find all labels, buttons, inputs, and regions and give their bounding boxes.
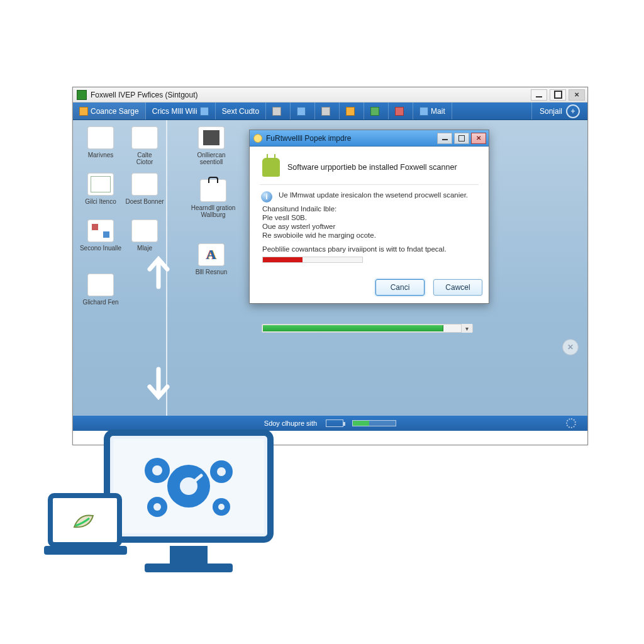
app-icon [77,90,87,100]
desktop-shortcut-gilci[interactable]: Gilci Itenco [79,173,122,205]
shortcut-label: Onlliercan seentioll [190,152,233,165]
dialog-info-row: i Ue lMmwat update iresicalon the wseten… [260,185,479,204]
update-dialog: FuRtwvellll Popek impdre Software urppor… [249,130,489,304]
toolbar-label: Coance Sarge [91,107,139,116]
shortcut-label: Doest Bonner [123,198,166,205]
desktop-shortcut-calte[interactable]: Calte Ciotor [123,126,166,165]
toolbar-label: Mait [431,107,445,116]
windows-icon [87,126,114,149]
app-toolbar: Coance Sarge Crics MIll Wili Sext Cudto … [73,103,587,120]
search-icon [297,107,306,116]
dialog-lines: Chansitund lndailc lble: Ple vesll S0B. … [260,205,479,239]
toolbar-btn-file[interactable] [266,103,291,119]
mini-progress-icon [352,420,396,426]
desktop-shortcut-mlaje[interactable]: Mlaje [123,219,166,252]
svg-point-13 [218,504,225,510]
desktop-shortcut-blll[interactable]: Blll Resnun [190,243,233,275]
dialog-line: Re swobioile wid he marging ocote. [262,231,479,239]
desktop-shortcut-glichard[interactable]: Glichard Fen [79,274,122,306]
side-close-icon[interactable]: ✕ [562,339,579,355]
bg-progress-fill [263,325,443,331]
dialog-close-button[interactable] [471,133,486,144]
shortcut-label: Marivnes [79,152,122,158]
tool-icon [395,107,404,116]
svg-point-11 [217,467,226,476]
toolbar-item-mail[interactable]: Mait [413,103,452,119]
svg-point-9 [153,503,161,511]
toolbar-spacer [452,103,531,119]
toolbar-btn-folder[interactable] [340,103,364,119]
desktop-shortcut-onlliercan[interactable]: Onlliercan seentioll [190,126,233,165]
dialog-cancel-button[interactable]: Cawcel [433,279,482,296]
refresh-icon [370,107,379,116]
svg-rect-2 [170,546,208,564]
gear-icon[interactable] [566,418,576,428]
desktop-shortcut-marivnes[interactable]: Marivnes [79,126,122,158]
bg-progress-bar: ▾ [262,324,473,333]
shortcut-label: Mlaje [123,245,166,252]
background-progress: ▾ [262,323,473,333]
close-button[interactable] [569,89,585,101]
dialog-info-text: Ue lMmwat update iresicalon the wsetend … [279,191,468,203]
wifi-icon [200,107,209,116]
desktop-shortcut-secono[interactable]: Secono Inualle [79,219,122,252]
dialog-note: Peoblilie cowantacs pbary irvaiipont is … [262,245,479,253]
dialog-heading-row: Software urpportieb be installed Foxwell… [260,154,479,185]
dialog-progress-bar [262,257,363,263]
mail-icon [419,107,428,116]
briefcase-icon [200,179,226,202]
app-title: Foxwell IVEP Fwfices (Sintgout) [91,91,198,99]
svg-rect-3 [145,564,233,572]
dialog-line: Chansitund lndailc lble: [262,205,479,213]
dialog-titlebar[interactable]: FuRtwvellll Popek impdre [250,130,489,147]
shortcut-label: Hearndll gration Wallburg [186,204,240,218]
toolbar-btn-refresh[interactable] [364,103,389,119]
note-icon [131,219,158,242]
maximize-button[interactable] [550,89,566,101]
dialog-title: FuRtwvellll Popek impdre [266,134,351,143]
desktop-shortcut-hearndll[interactable]: Hearndll gration Wallburg [186,179,240,218]
toolbar-item-scan[interactable]: Coance Sarge [73,103,146,119]
letter-a-icon [198,243,225,266]
illustration-computers [44,426,283,596]
toolbar-right: Sonjail [531,103,587,119]
toolbar-btn-tool[interactable] [389,103,413,119]
toolbar-item-code[interactable]: Sext Cudto [216,103,266,119]
add-button[interactable] [566,104,580,118]
dialog-line: Ple vesll S0B. [262,214,479,221]
dialog-minimize-button[interactable] [437,133,452,144]
shortcut-label: Blll Resnun [190,269,233,275]
minimize-button[interactable] [531,89,547,101]
monitor-icon [131,126,158,149]
shortcut-label: Gilci Itenco [79,198,122,205]
dialog-window-controls [435,133,486,144]
copy-icon [321,107,330,116]
file-icon [272,107,281,116]
dialog-button-row: Canci Cawcel [250,274,489,303]
shortcut-label: Calte Ciotor [123,152,166,165]
dialog-ok-button[interactable]: Canci [375,279,425,296]
toolbar-right-label[interactable]: Sonjail [540,107,562,116]
globe-icon [87,274,114,296]
window-controls [528,89,585,101]
shortcut-label: Secono Inualle [79,245,122,252]
dialog-maximize-button[interactable] [454,133,469,144]
spreadsheet-icon [87,173,114,196]
dialog-body: Software urpportieb be installed Foxwell… [250,147,489,274]
dialog-app-icon [253,134,262,143]
parts-icon [87,219,114,242]
dialog-line: Oue asy wsterl yoftwer [262,223,479,230]
app-titlebar[interactable]: Foxwell IVEP Fwfices (Sintgout) [73,87,587,103]
dialog-headline: Software urpportieb be installed Foxwell… [287,163,457,172]
toolbar-item-wifi[interactable]: Crics MIll Wili [146,103,216,119]
desktop-shortcut-doest[interactable]: Doest Bonner [123,173,166,205]
bg-progress-dropdown[interactable]: ▾ [461,324,472,333]
scan-icon [79,107,88,116]
svg-rect-16 [44,546,127,555]
toolbar-btn-copy[interactable] [315,103,340,119]
chevron-up-icon [146,255,171,289]
disc-icon [131,173,158,196]
toolbar-btn-search[interactable] [291,103,315,119]
info-icon: i [261,191,272,203]
android-icon [262,158,280,177]
